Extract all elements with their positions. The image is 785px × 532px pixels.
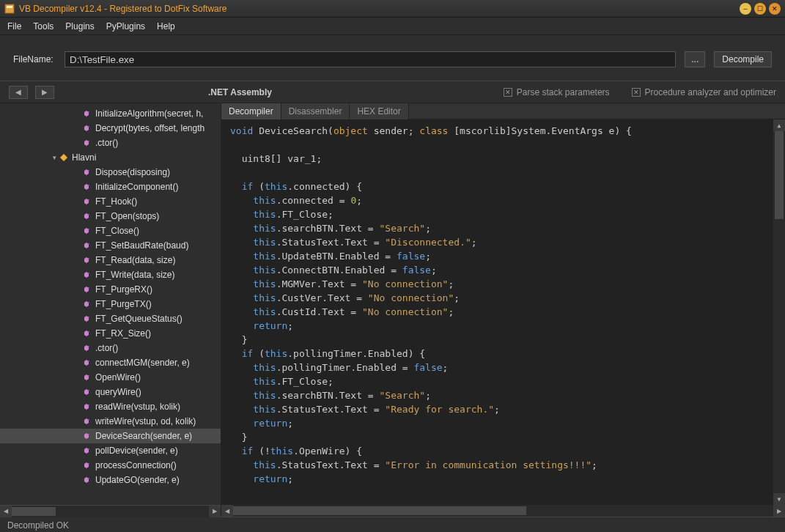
tree-toggle-icon: ▾ (50, 154, 59, 161)
menu-plugins[interactable]: Plugins (65, 21, 94, 32)
method-icon (82, 240, 92, 251)
procedure-analyzer-label: Procedure analyzer and optimizer (645, 87, 776, 97)
menu-help[interactable]: Help (157, 21, 175, 32)
checkbox-icon: ✕ (504, 88, 512, 97)
parse-stack-checkbox[interactable]: ✕ Parse stack parameters (504, 87, 610, 97)
tree-item[interactable]: DeviceSearch(sender, e) (0, 429, 221, 443)
code-line: if (this.connected) { (230, 180, 785, 193)
method-icon (82, 138, 92, 148)
scroll-track[interactable] (12, 506, 209, 517)
tree-item-label: readWire(vstup, kolik) (95, 402, 180, 412)
tree-item[interactable]: .ctor() (0, 136, 221, 150)
tree-item[interactable]: FT_Hook() (0, 194, 221, 209)
tree-item[interactable]: FT_PurgeTX() (0, 297, 221, 311)
tree-item[interactable]: ▾Hlavni (0, 150, 221, 165)
parse-stack-label: Parse stack parameters (517, 87, 610, 97)
method-icon (82, 167, 92, 177)
editor-hscrollbar[interactable]: ◀ ▶ (221, 505, 785, 517)
tab-disassembler[interactable]: Disassembler (281, 103, 350, 119)
tree-item-label: writeWire(vstup, od, kolik) (95, 416, 196, 426)
scroll-left-icon[interactable]: ◀ (221, 505, 233, 517)
class-icon (59, 152, 69, 163)
menu-file[interactable]: File (7, 21, 21, 32)
tree-item-label: Dispose(disposing) (95, 167, 170, 177)
tree-item[interactable]: readWire(vstup, kolik) (0, 399, 221, 414)
tree-item[interactable]: OpenWire() (0, 370, 221, 385)
scroll-down-icon[interactable]: ▼ (773, 493, 785, 505)
scroll-up-icon[interactable]: ▲ (773, 119, 785, 131)
method-icon (82, 123, 92, 133)
method-icon (82, 270, 92, 280)
scroll-right-icon[interactable]: ▶ (209, 506, 221, 517)
scroll-left-icon[interactable]: ◀ (0, 506, 12, 517)
tree-item[interactable]: Decrypt(bytes, offset, length (0, 121, 221, 136)
code-line: return; (230, 319, 785, 333)
code-line: return; (230, 472, 785, 486)
method-icon (82, 446, 92, 456)
procedure-analyzer-checkbox[interactable]: ✕ Procedure analyzer and optimizer (632, 87, 776, 97)
scroll-thumb[interactable] (12, 507, 56, 516)
tree-item[interactable]: writeWire(vstup, od, kolik) (0, 414, 221, 429)
scroll-thumb[interactable] (775, 131, 784, 219)
code-line: this.pollingTimer.Enabled = false; (230, 361, 785, 374)
tree[interactable]: InitializeAlgorithm(secret, h,Decrypt(by… (0, 103, 221, 505)
tree-item-label: FT_GetQueueStatus() (95, 314, 183, 324)
tree-item[interactable]: FT_GetQueueStatus() (0, 311, 221, 326)
tree-item-label: OpenWire() (95, 372, 141, 383)
menu-tools[interactable]: Tools (33, 21, 54, 32)
method-icon (82, 475, 92, 485)
minimize-button[interactable]: – (740, 3, 751, 15)
method-icon (82, 358, 92, 368)
tab-hexeditor[interactable]: HEX Editor (350, 103, 408, 119)
tree-item-label: connectMGM(sender, e) (95, 358, 190, 368)
tree-item[interactable]: UpdateGO(sender, e) (0, 473, 221, 487)
code-editor[interactable]: void DeviceSearch(object sender; class [… (221, 119, 785, 505)
scroll-thumb[interactable] (233, 506, 526, 515)
svg-rect-1 (7, 6, 12, 8)
tree-item[interactable]: FT_Open(stops) (0, 209, 221, 223)
tree-item-label: .ctor() (95, 138, 118, 148)
decompile-button[interactable]: Decompile (714, 51, 772, 67)
tree-hscrollbar[interactable]: ◀ ▶ (0, 505, 221, 517)
menu-pyplugins[interactable]: PyPlugins (106, 21, 145, 32)
code-line: return; (230, 416, 785, 430)
window-title: VB Decompiler v12.4 - Registered to DotF… (19, 4, 226, 14)
method-icon (82, 314, 92, 324)
tree-item[interactable]: pollDevice(sender, e) (0, 443, 221, 458)
scroll-track[interactable] (773, 131, 785, 493)
tree-item[interactable]: FT_RX_Size() (0, 326, 221, 341)
tab-decompiler[interactable]: Decompiler (221, 103, 281, 119)
nav-forward-button[interactable]: ▶ (35, 86, 54, 99)
method-icon (82, 328, 92, 339)
tree-item[interactable]: .ctor() (0, 341, 221, 355)
tree-item[interactable]: FT_Close() (0, 223, 221, 238)
close-button[interactable]: ✕ (769, 3, 781, 15)
assembly-title: .NET Assembly (208, 87, 272, 97)
nav-back-button[interactable]: ◀ (9, 86, 28, 99)
code-line: this.searchBTN.Text = "Search"; (230, 221, 785, 235)
tree-item[interactable]: connectMGM(sender, e) (0, 355, 221, 370)
tree-item-label: FT_SetBaudRate(baud) (95, 240, 188, 251)
browse-button[interactable]: ... (685, 51, 705, 67)
method-icon (82, 226, 92, 236)
maximize-button[interactable]: ☐ (754, 3, 766, 15)
filename-input[interactable] (65, 51, 676, 67)
tree-item[interactable]: FT_Read(data, size) (0, 253, 221, 267)
tree-item[interactable]: FT_SetBaudRate(baud) (0, 238, 221, 253)
tree-item[interactable]: InitializeComponent() (0, 180, 221, 194)
tree-item[interactable]: InitializeAlgorithm(secret, h, (0, 106, 221, 121)
code-line: this.CustVer.Text = "No connection"; (230, 291, 785, 305)
scroll-right-icon[interactable]: ▶ (773, 505, 785, 517)
tree-item[interactable]: Dispose(disposing) (0, 165, 221, 180)
tree-item[interactable]: processConnection() (0, 458, 221, 473)
tree-item[interactable]: FT_PurgeRX() (0, 282, 221, 297)
tree-item-label: FT_PurgeTX() (95, 299, 152, 309)
method-icon (82, 460, 92, 470)
svg-rect-0 (5, 4, 14, 13)
tree-item[interactable]: FT_Write(data, size) (0, 267, 221, 282)
method-icon (82, 196, 92, 207)
tree-item-label: FT_Read(data, size) (95, 255, 175, 265)
editor-vscrollbar[interactable]: ▲ ▼ (773, 119, 785, 505)
tree-item[interactable]: queryWire() (0, 385, 221, 399)
scroll-track[interactable] (233, 505, 773, 517)
